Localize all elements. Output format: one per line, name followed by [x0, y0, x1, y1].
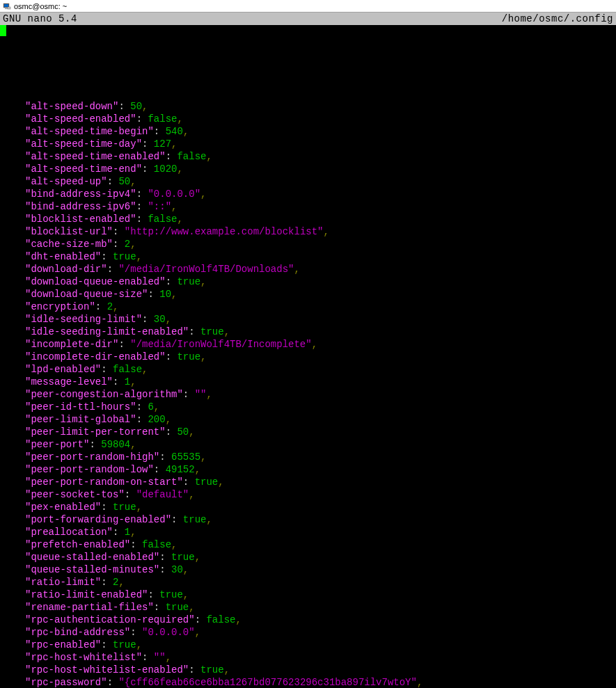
config-key: "alt-speed-enabled" [25, 113, 136, 125]
colon: : [107, 264, 119, 275]
blank-line [0, 63, 616, 75]
config-line: "alt-speed-enabled": false, [0, 113, 616, 125]
comma: , [189, 426, 194, 438]
comma: , [200, 451, 206, 463]
comma: , [130, 376, 136, 387]
config-line: "peer-port-random-high": 65535, [0, 451, 616, 463]
comma: , [130, 527, 136, 538]
config-key: "encryption" [25, 301, 95, 312]
terminal-content[interactable]: "alt-speed-down": 50,"alt-speed-enabled"… [0, 25, 616, 688]
config-value: "{cff66feab66ce6bba1267bd077623296c31ba8… [118, 677, 416, 688]
colon: : [136, 201, 148, 212]
colon: : [166, 276, 177, 287]
config-value: false [206, 614, 235, 625]
config-key: "alt-speed-down" [25, 101, 118, 112]
colon: : [142, 138, 154, 150]
colon: : [113, 226, 125, 237]
config-value: 50 [177, 426, 189, 438]
config-value: "::" [148, 201, 171, 212]
config-line: "preallocation": 1, [0, 526, 616, 538]
window-titlebar: osmc@osmc: ~ [0, 0, 616, 13]
colon: : [101, 251, 113, 262]
config-value: true [200, 326, 224, 337]
colon: : [101, 364, 113, 375]
config-value: 2 [107, 301, 113, 312]
config-line: "rpc-host-whitelist-enabled": true, [0, 664, 616, 676]
config-line: "port-forwarding-enabled": true, [0, 513, 616, 526]
comma: , [235, 614, 241, 625]
config-line: "peer-port-random-low": 49152, [0, 463, 616, 476]
config-key: "bind-address-ipv6" [25, 201, 136, 212]
comma: , [200, 351, 206, 362]
config-line: "rpc-password": "{cff66feab66ce6bba1267b… [0, 676, 616, 688]
config-key: "cache-size-mb" [25, 239, 113, 250]
config-key: "queue-stalled-minutes" [25, 564, 159, 575]
config-key: "peer-congestion-algorithm" [25, 389, 183, 400]
comma: , [195, 464, 200, 475]
config-value: true [195, 477, 219, 488]
config-line: "peer-socket-tos": "default", [0, 488, 616, 501]
config-value: 540 [166, 126, 183, 137]
colon: : [148, 289, 159, 300]
comma: , [206, 389, 212, 400]
colon: : [113, 527, 125, 538]
comma: , [177, 113, 182, 125]
colon: : [183, 389, 195, 400]
config-value: 10 [159, 289, 171, 300]
config-key: "prefetch-enabled" [25, 539, 130, 550]
colon: : [136, 214, 148, 225]
config-line: "pex-enabled": true, [0, 501, 616, 513]
config-line: "rpc-enabled": true, [0, 639, 616, 651]
config-line: "peer-limit-global": 200, [0, 413, 616, 426]
comma: , [171, 539, 177, 550]
config-value: false [113, 364, 142, 375]
cursor-block [0, 25, 6, 36]
config-value: "0.0.0.0" [142, 627, 195, 638]
colon: : [154, 602, 166, 613]
window-title: osmc@osmc: ~ [14, 0, 67, 13]
config-key: "peer-port" [25, 439, 89, 450]
config-key: "pex-enabled" [25, 502, 101, 513]
comma: , [136, 251, 142, 262]
comma: , [195, 627, 200, 638]
comma: , [206, 514, 212, 525]
config-key: "ratio-limit" [25, 577, 101, 588]
config-value: 65535 [171, 451, 200, 463]
config-line: "alt-speed-down": 50, [0, 100, 616, 113]
colon: : [136, 401, 148, 413]
config-line: "peer-id-ttl-hours": 6, [0, 401, 616, 413]
comma: , [171, 138, 177, 150]
config-value: 2 [125, 239, 130, 250]
comma: , [417, 677, 422, 688]
colon: : [166, 351, 177, 362]
comma: , [142, 101, 148, 112]
config-line: "idle-seeding-limit": 30, [0, 313, 616, 326]
editor-filepath: /home/osmc/.config [502, 13, 613, 25]
colon: : [166, 151, 177, 162]
config-line: "incomplete-dir": "/media/IronWolf4TB/In… [0, 338, 616, 351]
config-value: 6 [148, 401, 153, 413]
config-key: "message-level" [25, 376, 113, 387]
config-line: "idle-seeding-limit-enabled": true, [0, 326, 616, 338]
config-key: "idle-seeding-limit-enabled" [25, 326, 189, 337]
config-line: "peer-port": 59804, [0, 438, 616, 451]
config-value: "0.0.0.0" [148, 189, 200, 200]
config-key: "download-queue-enabled" [25, 276, 166, 287]
config-line: "blocklist-enabled": false, [0, 213, 616, 225]
config-value: false [177, 151, 206, 162]
config-value: false [148, 214, 177, 225]
comma: , [166, 414, 171, 425]
comma: , [136, 639, 142, 650]
config-line: "alt-speed-time-enabled": false, [0, 150, 616, 163]
config-value: true [113, 502, 136, 513]
config-value: "" [154, 652, 166, 663]
config-value: 1 [125, 376, 130, 387]
config-value: 127 [154, 138, 171, 150]
config-line: "alt-speed-time-begin": 540, [0, 125, 616, 138]
config-value: 1020 [154, 163, 177, 175]
config-value: 30 [171, 564, 183, 575]
config-value: true [171, 552, 195, 563]
comma: , [183, 589, 189, 600]
config-value: 30 [154, 314, 166, 325]
config-line: "peer-limit-per-torrent": 50, [0, 426, 616, 438]
